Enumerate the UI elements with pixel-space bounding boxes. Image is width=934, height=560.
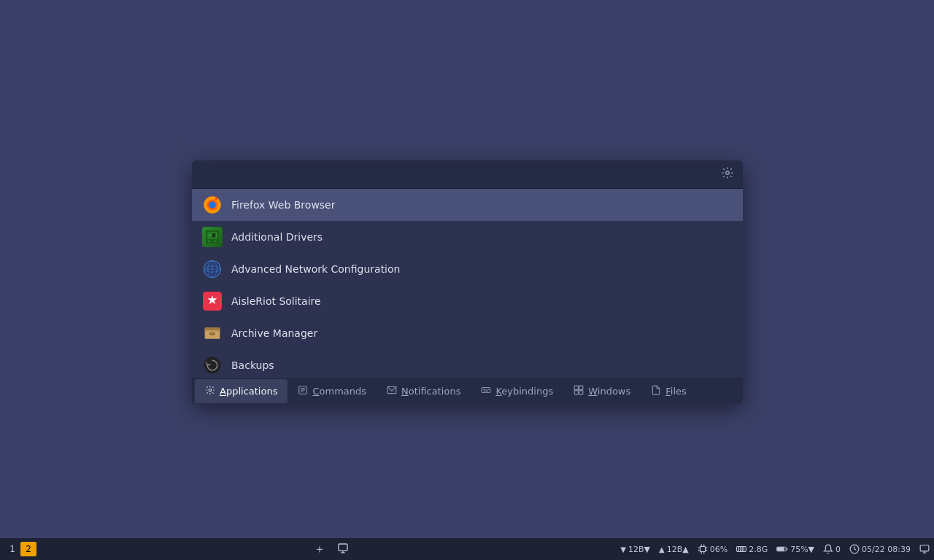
notifications-indicator[interactable]: 0: [823, 544, 841, 554]
net-up-value: 12B▲: [667, 545, 689, 554]
add-workspace-icon[interactable]: ＋: [314, 542, 325, 557]
clock-icon: [849, 544, 860, 554]
settings-icon[interactable]: [721, 166, 734, 182]
network-icon: [202, 259, 223, 279]
svg-rect-47: [574, 391, 578, 394]
svg-rect-19: [209, 332, 215, 335]
tab-keybindings-label: Keybindings: [495, 386, 553, 397]
svg-rect-39: [482, 388, 491, 393]
app-name-archive: Archive Manager: [231, 327, 317, 339]
tab-notifications[interactable]: Notifications: [377, 379, 471, 403]
tab-files[interactable]: Files: [641, 379, 697, 403]
svg-rect-45: [574, 386, 578, 389]
svg-rect-9: [209, 234, 212, 237]
svg-point-3: [209, 201, 215, 208]
app-item-network[interactable]: Advanced Network Configuration: [192, 253, 743, 285]
notification-count: 0: [835, 545, 841, 554]
app-item-drivers[interactable]: Additional Drivers: [192, 221, 743, 253]
svg-point-33: [209, 389, 212, 392]
net-down-value: 12B▼: [628, 545, 650, 554]
svg-rect-48: [579, 391, 583, 394]
svg-rect-52: [700, 547, 705, 552]
net-down-icon: ▼: [620, 545, 626, 553]
applications-tab-icon: [205, 385, 215, 397]
taskbar-status: ▼ 12B▼ ▲ 12B▲ 06% 2: [620, 544, 930, 554]
svg-point-21: [204, 357, 221, 374]
svg-rect-7: [215, 240, 217, 241]
firefox-icon: [202, 195, 223, 215]
svg-rect-67: [777, 548, 784, 551]
app-name-firefox: Firefox Web Browser: [231, 199, 336, 211]
power-icon: [919, 544, 930, 554]
svg-rect-20: [211, 332, 214, 333]
datetime-value: 05/22 08:39: [862, 545, 911, 554]
app-name-drivers: Additional Drivers: [231, 231, 323, 243]
net-up-icon: ▲: [659, 545, 665, 553]
tab-commands[interactable]: Commands: [287, 379, 377, 403]
tab-applications-label: Applications: [220, 386, 277, 397]
battery-value: 75%▼: [790, 545, 814, 554]
battery-icon: [776, 544, 788, 554]
tab-keybindings[interactable]: Keybindings: [471, 379, 563, 403]
cpu-indicator: 06%: [698, 544, 727, 554]
tabs-bar: Applications Commands Notifications: [192, 378, 743, 403]
svg-point-0: [726, 171, 730, 175]
tab-windows-label: Windows: [588, 386, 630, 397]
workspace-1-button[interactable]: 1: [4, 542, 20, 556]
search-input[interactable]: [201, 168, 721, 181]
workspace-2-button[interactable]: 2: [20, 542, 36, 556]
app-name-network: Advanced Network Configuration: [231, 263, 400, 275]
tab-files-label: Files: [665, 386, 687, 397]
datetime-indicator: 05/22 08:39: [849, 544, 911, 554]
cpu-icon: [698, 544, 708, 554]
cpu-value: 06%: [710, 545, 727, 554]
svg-rect-6: [209, 240, 211, 241]
svg-rect-46: [579, 386, 583, 389]
net-up-indicator: ▲ 12B▲: [659, 545, 689, 554]
tab-notifications-label: Notifications: [401, 386, 460, 397]
windows-tab-icon: [574, 385, 584, 397]
svg-rect-72: [920, 545, 929, 551]
app-item-firefox[interactable]: Firefox Web Browser: [192, 189, 743, 221]
taskbar: 1 2 ＋ ▼ 12B▼ ▲ 12B▲: [0, 538, 934, 560]
app-name-solitaire: AisleRiot Solitaire: [231, 295, 321, 307]
taskbar-center: ＋: [42, 542, 620, 557]
svg-rect-61: [737, 547, 746, 552]
search-bar: [192, 160, 743, 189]
power-indicator[interactable]: [919, 544, 930, 554]
app-list: Firefox Web Browser Additional Drivers: [192, 189, 743, 378]
keybindings-tab-icon: [481, 385, 491, 397]
archive-icon: [202, 323, 223, 343]
tab-applications[interactable]: Applications: [195, 379, 287, 403]
svg-rect-18: [205, 327, 220, 330]
tab-commands-label: Commands: [312, 386, 366, 397]
svg-point-15: [204, 261, 221, 278]
net-down-indicator: ▼ 12B▼: [620, 545, 650, 554]
notifications-tab-icon: [387, 385, 397, 397]
ram-indicator: 2.8G: [736, 544, 768, 554]
app-item-archive[interactable]: Archive Manager: [192, 317, 743, 349]
notification-bell-icon: [823, 544, 833, 554]
files-tab-icon: [651, 385, 661, 397]
battery-indicator[interactable]: 75%▼: [776, 544, 814, 554]
drivers-icon: [202, 227, 223, 247]
app-item-backups[interactable]: Backups: [192, 349, 743, 378]
ram-icon: [736, 544, 746, 554]
ram-value: 2.8G: [749, 545, 768, 554]
tab-windows[interactable]: Windows: [563, 379, 641, 403]
app-name-backups: Backups: [231, 359, 274, 371]
solitaire-icon: [202, 291, 223, 311]
backups-icon: [202, 355, 223, 376]
svg-rect-49: [339, 544, 347, 551]
screenshot-icon[interactable]: [337, 542, 349, 556]
app-item-solitaire[interactable]: AisleRiot Solitaire: [192, 285, 743, 317]
launcher: Firefox Web Browser Additional Drivers: [192, 160, 743, 403]
commands-tab-icon: [298, 385, 308, 397]
workspace-switcher: 1 2: [4, 542, 36, 556]
